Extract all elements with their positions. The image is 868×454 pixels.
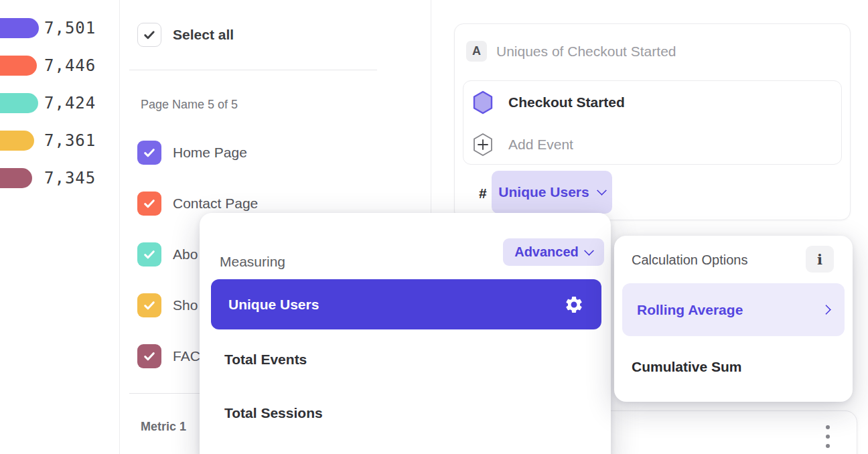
checkbox-shop-page[interactable] (137, 293, 161, 317)
event-title-input[interactable]: Uniques of Checkout Started (496, 41, 676, 62)
legend-value: 7,345 (44, 168, 96, 188)
more-options-icon[interactable] (826, 425, 830, 448)
measure-dropdown[interactable]: Unique Users (492, 171, 612, 214)
calculation-options-popup: Calculation Options i Rolling Average Cu… (614, 236, 853, 402)
menu-option-total-events[interactable]: Total Events (224, 350, 307, 370)
select-all-checkbox[interactable] (137, 23, 161, 47)
legend-color-bar (0, 168, 32, 188)
add-event-icon (472, 133, 494, 157)
event-name[interactable]: Checkout Started (508, 90, 625, 115)
check-icon (143, 248, 156, 261)
legend-value: 7,361 (44, 131, 96, 151)
event-list-card: Checkout Started Add Event (463, 80, 842, 165)
legend-color-bar (0, 18, 39, 38)
chevron-right-icon (821, 305, 832, 315)
measuring-popup: Measuring Advanced Unique Users Total Ev… (200, 213, 611, 454)
series-badge: A (466, 41, 487, 62)
metric-label: Metric 1 (141, 420, 186, 434)
legend-color-bar (0, 56, 37, 76)
check-icon (143, 299, 156, 312)
group-label: Page Name 5 of 5 (141, 98, 238, 112)
chevron-down-icon (584, 245, 595, 256)
legend-value: 7,424 (44, 93, 96, 113)
list-item-label: Abo (173, 242, 198, 267)
menu-option-label: Unique Users (228, 297, 319, 313)
legend-value: 7,446 (44, 56, 96, 76)
chevron-down-icon (596, 185, 607, 196)
measure-value: Unique Users (498, 184, 589, 200)
menu-option-cumulative-sum[interactable]: Cumulative Sum (632, 357, 742, 377)
legend-color-bar (0, 131, 34, 151)
menu-option-total-sessions[interactable]: Total Sessions (224, 403, 323, 423)
check-icon (143, 146, 156, 159)
check-icon (143, 350, 156, 363)
advanced-label: Advanced (514, 244, 579, 260)
checkbox-home-page[interactable] (137, 141, 161, 165)
list-item-label: Sho (173, 293, 198, 317)
list-item-label: Contact Page (173, 192, 258, 216)
analytics-app-screen: 7,501 7,446 7,424 7,361 7,345 Select all (0, 0, 868, 454)
checkbox-about-page[interactable] (137, 242, 161, 267)
menu-option-unique-users[interactable]: Unique Users (211, 279, 601, 329)
menu-option-label: Rolling Average (637, 302, 743, 318)
select-all-label: Select all (173, 23, 234, 47)
event-builder-card: A Uniques of Checkout Started Checkout S… (454, 23, 851, 220)
check-icon (143, 197, 156, 210)
check-icon (143, 28, 156, 42)
calculation-options-title: Calculation Options (632, 250, 747, 270)
legend-color-bar (0, 93, 38, 113)
list-item-label: FAC (173, 344, 200, 368)
menu-option-rolling-average[interactable]: Rolling Average (622, 283, 845, 336)
advanced-dropdown[interactable]: Advanced (503, 238, 604, 266)
gear-icon[interactable] (564, 295, 584, 315)
checkbox-faq-page[interactable] (137, 344, 161, 368)
event-hexagon-icon (472, 90, 494, 115)
legend-value: 7,501 (44, 18, 96, 38)
list-divider (129, 393, 201, 394)
info-icon[interactable]: i (806, 246, 834, 273)
add-event-button[interactable]: Add Event (508, 133, 573, 157)
panel-divider-left (119, 0, 120, 454)
measuring-title: Measuring (220, 252, 285, 272)
list-divider (129, 70, 377, 70)
list-item-label: Home Page (173, 141, 247, 165)
measure-prefix: # (479, 183, 487, 204)
checkbox-contact-page[interactable] (137, 192, 161, 216)
